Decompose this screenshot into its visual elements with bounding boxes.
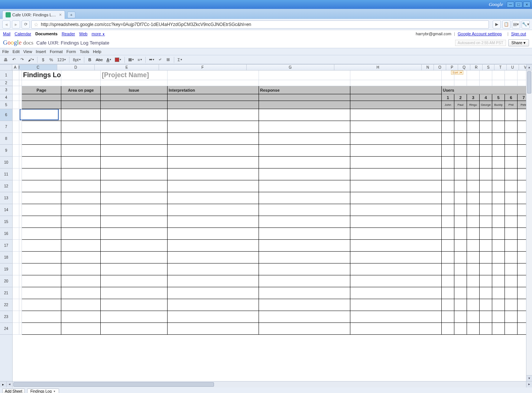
menu-form[interactable]: Form — [66, 49, 76, 54]
strikethrough-button[interactable]: Abc — [95, 56, 104, 63]
cell[interactable] — [168, 252, 259, 263]
cell[interactable] — [480, 80, 492, 86]
cell[interactable] — [442, 192, 454, 204]
bookmark-star-icon[interactable]: ☆ — [34, 22, 39, 27]
cell[interactable] — [168, 287, 259, 299]
cell[interactable] — [13, 109, 19, 121]
url-field[interactable]: ☆ http://spreadsheets.google.com/ccc?key… — [31, 20, 489, 29]
cell[interactable] — [22, 252, 61, 263]
cell[interactable] — [492, 323, 505, 335]
cell[interactable] — [22, 180, 61, 192]
cell[interactable] — [22, 263, 61, 275]
menu-help[interactable]: Help — [93, 49, 101, 54]
cell[interactable] — [480, 299, 492, 311]
hscroll-left-icon[interactable]: ◄ — [7, 381, 13, 387]
cell[interactable] — [101, 299, 168, 311]
cell[interactable]: [Project Name] — [101, 71, 168, 80]
cell[interactable] — [19, 240, 22, 252]
window-maximize-button[interactable]: □ — [515, 1, 522, 7]
col-header-Q[interactable]: Q — [458, 65, 470, 70]
cell[interactable] — [505, 240, 518, 252]
cell[interactable] — [259, 180, 350, 192]
col-header-T[interactable]: T — [494, 65, 507, 70]
print-button[interactable]: 🖶 — [2, 56, 9, 63]
cell[interactable] — [480, 133, 492, 145]
cell[interactable] — [61, 157, 101, 168]
cell[interactable] — [259, 204, 350, 216]
cell[interactable] — [259, 145, 350, 157]
cell[interactable] — [350, 180, 442, 192]
cell[interactable] — [101, 287, 168, 299]
cell[interactable] — [350, 275, 442, 287]
cell[interactable] — [454, 121, 467, 133]
cell[interactable] — [467, 216, 480, 228]
cell[interactable] — [492, 240, 505, 252]
cell[interactable] — [101, 180, 168, 192]
cell[interactable] — [19, 299, 22, 311]
cell[interactable] — [480, 228, 492, 240]
cell[interactable] — [505, 323, 518, 335]
row-header-17[interactable]: 17 — [0, 240, 12, 252]
cell[interactable] — [454, 216, 467, 228]
cell[interactable] — [259, 299, 350, 311]
cell[interactable] — [467, 121, 480, 133]
cell[interactable] — [259, 240, 350, 252]
cell[interactable] — [492, 133, 505, 145]
cell[interactable] — [19, 287, 22, 299]
redo-button[interactable]: ↷ — [19, 56, 25, 63]
cell[interactable] — [480, 240, 492, 252]
cell[interactable] — [259, 275, 350, 287]
row-header-13[interactable]: 13 — [0, 192, 12, 204]
cell[interactable] — [442, 311, 454, 323]
cell[interactable] — [101, 94, 168, 101]
cell[interactable] — [492, 157, 505, 168]
hscroll-right-icon[interactable]: ► — [526, 381, 532, 387]
cell[interactable] — [13, 216, 19, 228]
cell[interactable] — [492, 204, 505, 216]
cell[interactable] — [168, 275, 259, 287]
cell[interactable] — [13, 86, 19, 94]
cell[interactable] — [168, 216, 259, 228]
cell[interactable] — [350, 240, 442, 252]
play-button[interactable]: ▶ — [493, 20, 501, 29]
cell[interactable] — [259, 287, 350, 299]
cell[interactable] — [350, 157, 442, 168]
cell[interactable]: Interpretation — [168, 86, 259, 94]
cell[interactable] — [61, 204, 101, 216]
cell[interactable] — [350, 192, 442, 204]
menu-insert[interactable]: Insert — [36, 49, 46, 54]
cell[interactable]: Buddy — [492, 101, 505, 109]
cell[interactable]: Paul — [454, 101, 467, 109]
cell[interactable] — [505, 157, 518, 168]
cell[interactable] — [13, 275, 19, 287]
cell[interactable] — [492, 71, 505, 80]
merge-button[interactable]: ⬌▾ — [148, 56, 155, 63]
cell[interactable] — [350, 299, 442, 311]
row-header-11[interactable]: 11 — [0, 168, 12, 180]
cell[interactable] — [22, 323, 61, 335]
cell[interactable] — [19, 145, 22, 157]
cell[interactable] — [492, 228, 505, 240]
cell[interactable] — [101, 216, 168, 228]
cell[interactable] — [13, 323, 19, 335]
cell[interactable] — [19, 311, 22, 323]
cell[interactable] — [259, 109, 350, 121]
cell[interactable] — [61, 121, 101, 133]
cell[interactable] — [350, 263, 442, 275]
row-header-7[interactable]: 7 — [0, 121, 12, 133]
cell[interactable] — [442, 157, 454, 168]
col-header-H[interactable]: H — [334, 65, 422, 70]
link-mail[interactable]: Mail — [3, 32, 10, 36]
cell[interactable] — [480, 168, 492, 180]
cell[interactable] — [259, 101, 350, 109]
cell[interactable] — [101, 204, 168, 216]
cell[interactable] — [442, 109, 454, 121]
cell[interactable] — [168, 145, 259, 157]
cell[interactable] — [442, 145, 454, 157]
cell[interactable] — [61, 311, 101, 323]
select-all-corner[interactable] — [0, 65, 12, 70]
new-tab-button[interactable]: + — [67, 12, 75, 18]
cell[interactable] — [168, 71, 259, 80]
cell[interactable] — [101, 168, 168, 180]
cell[interactable] — [259, 121, 350, 133]
